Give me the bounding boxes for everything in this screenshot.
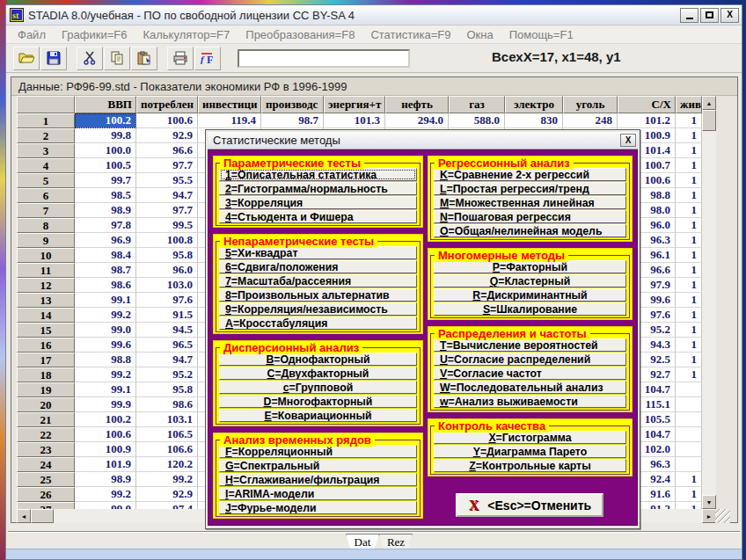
menu-item[interactable]: Графики=F6 (54, 28, 135, 41)
row-header[interactable]: 19 (17, 382, 75, 397)
cell[interactable] (676, 457, 702, 472)
method-button[interactable]: Z=Контрольные карты (434, 459, 626, 472)
cell[interactable]: 1 (676, 293, 702, 308)
cell[interactable]: 99.1 (75, 293, 136, 308)
cell[interactable]: 99.6 (75, 338, 136, 353)
cell[interactable]: 95.2 (136, 367, 198, 382)
cancel-button[interactable]: X<Esc>=Отменить (456, 493, 603, 517)
method-button[interactable]: 5=Хи-квадрат (219, 246, 417, 259)
method-button[interactable]: E=Ковариационный (219, 409, 417, 422)
cell[interactable]: 95.8 (136, 248, 198, 263)
row-header[interactable]: 17 (17, 353, 75, 367)
row-header[interactable]: 9 (17, 233, 75, 248)
cell[interactable]: 101.3 (324, 113, 385, 128)
scroll-left-icon[interactable]: ◄ (17, 509, 31, 523)
cell[interactable]: 1 (676, 367, 702, 382)
cell[interactable]: 106.5 (136, 427, 198, 442)
method-button[interactable]: H=Сглаживание/фильтрация (219, 473, 417, 486)
method-button[interactable]: M=Множественная линейная (434, 196, 626, 209)
cell[interactable]: 99.2 (75, 308, 136, 323)
copy-button[interactable] (104, 47, 130, 70)
method-button[interactable]: C=Двухфакторный (219, 367, 417, 380)
cell[interactable]: 95.5 (136, 173, 198, 188)
row-header[interactable]: 12 (17, 278, 75, 293)
cell[interactable]: 100.2 (75, 412, 136, 427)
method-button[interactable]: 8=Произвольных альтернатив (219, 288, 417, 302)
cell[interactable]: 1 (676, 233, 702, 248)
method-button[interactable]: T=Вычисление вероятностей (434, 338, 626, 352)
column-header[interactable]: энергия+т (324, 96, 385, 113)
menu-item[interactable]: Помощь=F1 (501, 28, 581, 41)
cell[interactable]: 103.0 (136, 278, 198, 293)
column-header[interactable]: газ (449, 96, 505, 113)
cell[interactable]: 99.2 (75, 367, 136, 382)
cell[interactable]: 294.0 (385, 113, 449, 128)
cell[interactable]: 96.9 (75, 233, 136, 248)
cell[interactable]: 99.7 (75, 173, 136, 188)
cell[interactable]: 99.8 (75, 128, 136, 143)
menu-item[interactable]: Преобразования=F8 (238, 28, 362, 41)
cell[interactable]: 98.4 (75, 248, 136, 263)
cell[interactable]: 1 (676, 338, 702, 353)
cell[interactable]: 830 (505, 113, 563, 128)
method-button[interactable]: w=Анализ выживаемости (434, 395, 626, 408)
cell[interactable]: 1 (676, 173, 702, 188)
method-button[interactable]: c=Групповой (219, 381, 417, 394)
cell[interactable]: 96.5 (136, 338, 198, 353)
method-button[interactable]: 9=Корреляция/независимость (219, 302, 417, 316)
method-button[interactable]: I=ARIMA-модели (219, 487, 417, 500)
cell[interactable] (676, 427, 702, 442)
cell[interactable]: 97.8 (75, 218, 136, 233)
row-header[interactable]: 18 (17, 367, 75, 382)
cell[interactable]: 97.4 (136, 502, 198, 509)
row-header[interactable]: 26 (17, 487, 75, 502)
cell[interactable]: 1 (676, 218, 702, 233)
scroll-right-icon[interactable]: ► (702, 509, 716, 523)
cell[interactable]: 92.9 (136, 128, 198, 143)
formula-button[interactable]: fF (194, 47, 221, 70)
row-header[interactable]: 5 (17, 173, 75, 188)
cell[interactable]: 120.2 (136, 457, 198, 472)
cut-button[interactable] (77, 47, 103, 70)
menu-item[interactable]: Статистика=F9 (362, 28, 458, 41)
row-header[interactable]: 3 (17, 143, 75, 158)
cell[interactable]: 97.7 (136, 203, 198, 218)
method-button[interactable]: 1=Описательная статистика (219, 168, 417, 181)
column-header[interactable]: электро (505, 96, 563, 113)
cell[interactable]: 94.5 (136, 323, 198, 338)
row-header[interactable]: 23 (17, 442, 75, 457)
cell[interactable]: 98.8 (75, 353, 136, 367)
open-button[interactable] (13, 47, 40, 70)
method-button[interactable]: B=Однофакторный (219, 353, 417, 366)
cell[interactable]: 1 (676, 487, 702, 502)
cell[interactable]: 99.5 (136, 218, 198, 233)
column-header[interactable]: уголь (563, 96, 618, 113)
column-header[interactable]: живо (676, 96, 702, 113)
column-header[interactable]: ВВП (75, 96, 136, 113)
cell[interactable]: 101.9 (75, 457, 136, 472)
cell[interactable]: 98.7 (75, 263, 136, 278)
method-button[interactable]: 4=Стьюдента и Фишера (219, 210, 417, 223)
row-header[interactable]: 7 (17, 203, 75, 218)
dialog-close-button[interactable]: X (620, 134, 636, 147)
column-header[interactable]: производс (261, 96, 324, 113)
cell[interactable]: 97.6 (136, 293, 198, 308)
cell[interactable]: 96.6 (136, 143, 198, 158)
print-button[interactable] (167, 47, 194, 70)
minimize-button[interactable] (680, 8, 698, 23)
cell[interactable]: 96.0 (136, 263, 198, 278)
cell[interactable]: 95.8 (136, 382, 198, 397)
cell[interactable]: 99.0 (75, 502, 136, 509)
cell[interactable]: 94.7 (136, 353, 198, 367)
cell[interactable]: 1 (676, 278, 702, 293)
cell[interactable] (676, 382, 702, 397)
method-button[interactable]: F=Корреляционный (219, 445, 417, 458)
method-button[interactable]: 3=Корреляция (219, 196, 417, 209)
cell[interactable]: 98.6 (75, 278, 136, 293)
vertical-scroll-thumb[interactable] (702, 110, 716, 131)
command-input[interactable] (238, 49, 410, 68)
method-button[interactable]: X=Гистограмма (434, 431, 626, 444)
cell[interactable]: 99.0 (75, 323, 136, 338)
horizontal-scroll-thumb[interactable] (31, 509, 54, 523)
cell[interactable]: 100.8 (136, 233, 198, 248)
